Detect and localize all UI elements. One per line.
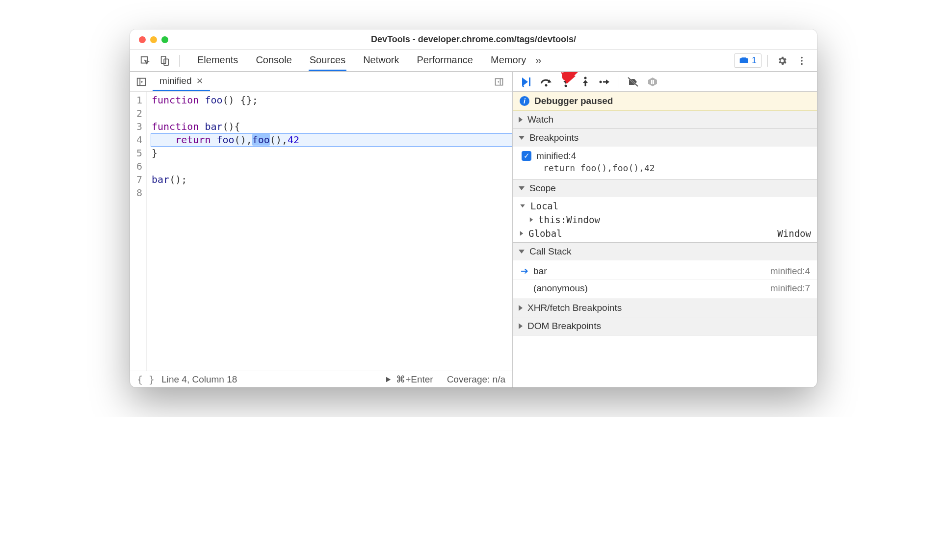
step-into-button[interactable] (557, 74, 575, 90)
svg-point-4 (801, 60, 803, 62)
tab-console[interactable]: Console (255, 50, 292, 71)
file-tabs-row: minified ✕ (130, 72, 512, 92)
device-toolbar-icon[interactable] (157, 52, 173, 69)
callstack-body: ➔barminified:4(anonymous)minified:7 (513, 260, 817, 299)
svg-rect-13 (651, 80, 653, 84)
more-tabs-icon[interactable]: » (530, 52, 547, 69)
callstack-section: Call Stack ➔barminified:4(anonymous)mini… (513, 243, 817, 299)
breakpoint-code: return foo(),foo(),42 (522, 161, 810, 176)
code-line[interactable]: function foo() {}; (151, 94, 512, 107)
scope-global-row[interactable]: GlobalWindow (513, 227, 817, 240)
code-line[interactable] (151, 186, 512, 200)
breakpoint-checkbox[interactable]: ✓ (522, 151, 531, 161)
tab-sources[interactable]: Sources (309, 50, 346, 71)
code-line[interactable] (151, 160, 512, 173)
watch-header[interactable]: Watch (513, 111, 817, 128)
svg-point-5 (801, 63, 803, 65)
callstack-frame[interactable]: ➔barminified:4 (513, 262, 817, 280)
file-tab-close-icon[interactable]: ✕ (196, 76, 203, 86)
devtools-window: DevTools - developer.chrome.com/tags/dev… (130, 29, 817, 387)
paused-label: Debugger paused (534, 96, 613, 106)
svg-point-3 (801, 56, 803, 58)
step-over-button[interactable] (537, 74, 555, 90)
scope-section: Scope Local this: Window GlobalWindow (513, 179, 817, 243)
info-icon: i (520, 96, 529, 106)
code-line[interactable]: bar(); (151, 173, 512, 186)
titlebar: DevTools - developer.chrome.com/tags/dev… (130, 29, 817, 50)
callstack-frame[interactable]: (anonymous)minified:7 (513, 280, 817, 297)
navigator-toggle-icon[interactable] (133, 74, 150, 90)
window-title: DevTools - developer.chrome.com/tags/dev… (130, 34, 817, 45)
svg-point-11 (584, 76, 587, 79)
line-gutter: 12345678 (130, 92, 147, 371)
tab-memory[interactable]: Memory (490, 50, 527, 71)
step-out-button[interactable] (577, 74, 594, 90)
cursor-position: Line 4, Column 18 (161, 374, 237, 385)
breakpoints-section: Breakpoints ✓ minified:4 return foo(),fo… (513, 129, 817, 179)
pause-on-exceptions-button[interactable] (644, 74, 661, 90)
callstack-header[interactable]: Call Stack (513, 243, 817, 260)
kebab-menu-icon[interactable] (793, 52, 810, 69)
resume-button[interactable] (518, 74, 535, 90)
inspect-element-icon[interactable] (137, 52, 154, 69)
settings-gear-icon[interactable] (774, 52, 790, 69)
scope-local-row[interactable]: Local (513, 199, 817, 213)
code-line[interactable] (151, 107, 512, 120)
breakpoint-label: minified:4 (536, 151, 576, 161)
close-dot[interactable] (139, 36, 146, 43)
svg-point-10 (565, 84, 567, 87)
code-line[interactable]: } (151, 147, 512, 160)
tab-elements[interactable]: Elements (196, 50, 239, 71)
code-line[interactable]: return foo(),foo(),42 (151, 133, 512, 147)
editor-status-bar: { } Line 4, Column 18 ⌘+Enter Coverage: … (130, 371, 512, 387)
xhr-breakpoints-header[interactable]: XHR/fetch Breakpoints (513, 299, 817, 317)
code-line[interactable]: function bar(){ (151, 120, 512, 133)
pretty-print-icon[interactable]: { } (137, 374, 155, 385)
scope-this-row[interactable]: this: Window (513, 213, 817, 227)
dom-breakpoints-header[interactable]: DOM Breakpoints (513, 317, 817, 335)
issues-count: 1 (752, 55, 757, 66)
breakpoint-item[interactable]: ✓ minified:4 return foo(),foo(),42 (513, 149, 817, 177)
tab-network[interactable]: Network (362, 50, 400, 71)
svg-point-9 (545, 84, 548, 86)
code-editor[interactable]: 12345678 function foo() {}; function bar… (130, 92, 512, 371)
dom-breakpoints-section: DOM Breakpoints (513, 317, 817, 335)
run-snippet-icon[interactable]: ⌘+Enter (384, 374, 433, 385)
traffic-lights (139, 36, 168, 43)
panel-tabs: ElementsConsoleSourcesNetworkPerformance… (196, 50, 527, 71)
deactivate-breakpoints-button[interactable] (624, 74, 642, 90)
snippets-toggle-icon[interactable] (491, 74, 507, 90)
sources-panel: minified ✕ 12345678 function foo() {}; f… (130, 72, 513, 387)
scope-header[interactable]: Scope (513, 179, 817, 197)
zoom-dot[interactable] (161, 36, 168, 43)
file-tab-minified[interactable]: minified ✕ (153, 72, 210, 91)
tab-performance[interactable]: Performance (416, 50, 474, 71)
code-content[interactable]: function foo() {}; function bar(){ retur… (147, 92, 512, 371)
issues-badge[interactable]: 1 (734, 53, 762, 68)
xhr-breakpoints-section: XHR/fetch Breakpoints (513, 299, 817, 317)
svg-point-12 (600, 80, 602, 83)
coverage-label: Coverage: n/a (447, 374, 505, 385)
breakpoints-header[interactable]: Breakpoints (513, 129, 817, 147)
file-tab-label: minified (159, 76, 191, 86)
debugger-controls (513, 72, 817, 92)
main-tabs-row: ElementsConsoleSourcesNetworkPerformance… (130, 50, 817, 72)
svg-rect-14 (653, 80, 655, 84)
step-button[interactable] (596, 74, 614, 90)
svg-rect-8 (529, 77, 530, 86)
minimize-dot[interactable] (150, 36, 157, 43)
watch-section: Watch (513, 111, 817, 129)
debugger-sidebar: i Debugger paused Watch Breakpoints ✓ mi… (513, 72, 817, 387)
debugger-paused-banner: i Debugger paused (513, 92, 817, 111)
